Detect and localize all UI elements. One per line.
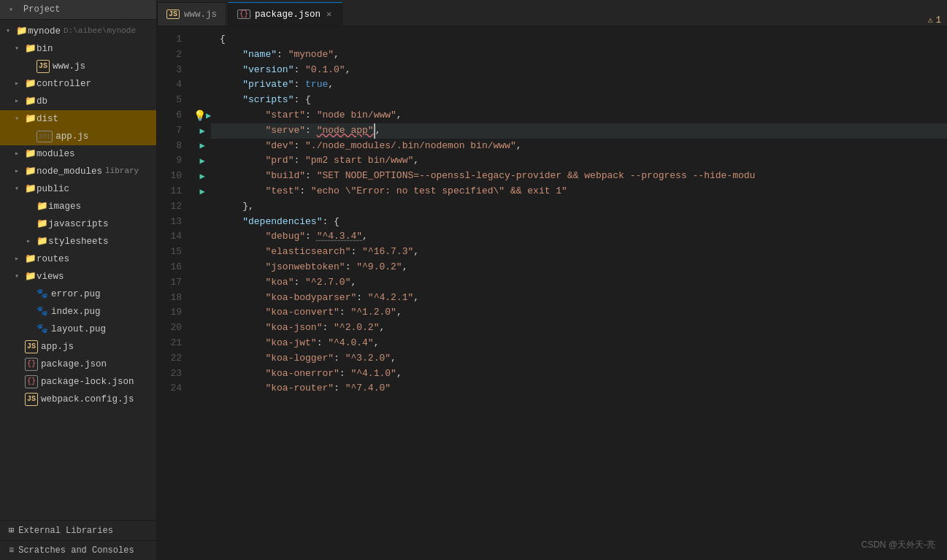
library-tag: library: [105, 165, 139, 178]
tree-item-modules[interactable]: 📁 modules: [0, 145, 156, 163]
folder-icon-db: 📁: [25, 94, 37, 109]
folder-icon-controller: 📁: [25, 77, 37, 91]
tree-label-error-pug: error.pug: [51, 287, 101, 302]
scratches-consoles-item[interactable]: ≡ Scratches and Consoles: [0, 540, 156, 560]
linenum-20: 20: [157, 321, 193, 336]
sidebar-header[interactable]: Project: [0, 0, 156, 20]
gutter-11[interactable]: ▶: [193, 184, 211, 199]
gutter-5: [193, 93, 211, 108]
linenum-17: 17: [157, 275, 193, 291]
code-line-14: "debug": "^4.3.4",: [211, 229, 947, 245]
file-icon-webpack-config: JS: [25, 393, 38, 406]
scratches-icon: ≡: [9, 545, 14, 556]
tree-label-app-js-dist: app.js: [55, 129, 88, 144]
tree-item-images[interactable]: 📁 images: [0, 198, 156, 215]
code-line-4: "private": true,: [211, 77, 947, 93]
editor-area: JS www.js {} package.json ✕ ⚠ 1: [157, 0, 947, 560]
run-btn-8[interactable]: ▶: [199, 140, 204, 151]
tree-label-webpack-config: webpack.config.js: [41, 392, 134, 407]
tree-item-dist[interactable]: 📁 dist: [0, 110, 156, 128]
tree-item-bin[interactable]: 📁 bin: [0, 40, 156, 58]
tree-label-www-js: www.js: [53, 59, 85, 74]
gutter-7[interactable]: ▶: [193, 123, 211, 139]
tree-item-mynode[interactable]: 📁 mynode D:\aibee\mynode: [0, 23, 156, 40]
tree-item-www-js[interactable]: JS www.js: [0, 58, 156, 75]
code-line-12: },: [211, 199, 947, 215]
code-brace-1: {: [220, 32, 226, 47]
code-content[interactable]: { "name": "mynode", "version": "0.1.0", …: [211, 26, 947, 560]
tree-label-javascripts: javascripts: [48, 217, 109, 231]
tree-item-javascripts[interactable]: 📁 javascripts: [0, 215, 156, 233]
file-icon-layout-pug: 🐾: [37, 322, 48, 337]
chevron-bin: [15, 43, 23, 55]
gutter-6[interactable]: 💡 ▶: [193, 108, 211, 123]
file-icon-index-pug: 🐾: [37, 304, 48, 319]
code-line-20: "koa-json": "^2.0.2",: [211, 321, 947, 336]
tree-item-node-modules[interactable]: 📁 node_modules library: [0, 163, 156, 180]
linenum-11: 11: [157, 184, 193, 199]
run-btn-11[interactable]: ▶: [199, 186, 204, 197]
folder-icon-mynode: 📁: [16, 24, 28, 39]
file-icon-package-json: {}: [25, 358, 38, 371]
chevron-controller: [15, 78, 23, 90]
linenum-15: 15: [157, 245, 193, 260]
gutter-10[interactable]: ▶: [193, 169, 211, 184]
linenum-13: 13: [157, 215, 193, 230]
folder-icon-javascripts: 📁: [37, 217, 48, 231]
gutter-12: [193, 199, 211, 215]
run-btn-10[interactable]: ▶: [199, 171, 204, 182]
linenum-10: 10: [157, 169, 193, 184]
file-icon-app-js: JS: [25, 340, 38, 353]
gutter-2: [193, 47, 211, 63]
code-key-name: "name": [242, 47, 277, 63]
external-libraries-item[interactable]: ⊞ External Libraries: [0, 520, 156, 540]
tree-item-package-json[interactable]: {} package.json: [0, 356, 156, 373]
tree-item-package-lock-json[interactable]: {} package-lock.json: [0, 373, 156, 391]
linenum-7: 7: [157, 123, 193, 139]
gutter-4: [193, 77, 211, 93]
tab-www-js[interactable]: JS www.js: [157, 2, 226, 26]
tree-item-db[interactable]: 📁 db: [0, 93, 156, 110]
linenum-16: 16: [157, 260, 193, 275]
linenum-24: 24: [157, 381, 193, 396]
gutter-18: [193, 291, 211, 306]
tree-item-stylesheets[interactable]: 📁 stylesheets: [0, 233, 156, 250]
tree-item-app-js-dist[interactable]: 101 app.js: [0, 128, 156, 145]
chevron-node-modules: [15, 166, 23, 177]
tree-item-error-pug[interactable]: 🐾 error.pug: [0, 285, 156, 303]
linenum-1: 1: [157, 32, 193, 47]
code-indent-22: [220, 351, 265, 367]
scratches-label: Scratches and Consoles: [18, 545, 134, 556]
tree-item-app-js[interactable]: JS app.js: [0, 338, 156, 356]
linenum-19: 19: [157, 305, 193, 321]
tree-item-controller[interactable]: 📁 controller: [0, 75, 156, 93]
code-indent-8: [220, 139, 265, 154]
code-indent-11: [220, 184, 265, 199]
code-indent-10: [220, 169, 265, 184]
chevron-views: [15, 271, 23, 283]
tree-item-webpack-config[interactable]: JS webpack.config.js: [0, 391, 156, 408]
file-icon-error-pug: 🐾: [37, 287, 48, 302]
tree-item-layout-pug[interactable]: 🐾 layout.pug: [0, 321, 156, 338]
code-line-21: "koa-jwt": "^4.0.4",: [211, 336, 947, 351]
tab-package-json[interactable]: {} package.json ✕: [228, 2, 342, 26]
chevron-routes: [15, 253, 23, 265]
tab-close-package-json[interactable]: ✕: [325, 8, 333, 20]
tree-item-views[interactable]: 📁 views: [0, 268, 156, 285]
tree-item-index-pug[interactable]: 🐾 index.pug: [0, 303, 156, 321]
warning-badge: ⚠ 1: [928, 15, 941, 26]
code-indent-9: [220, 153, 265, 169]
main-area: Project 📁 mynode D:\aibee\mynode 📁 bin: [0, 0, 947, 560]
code-line-16: "jsonwebtoken": "^9.0.2",: [211, 260, 947, 275]
tree-item-routes[interactable]: 📁 routes: [0, 250, 156, 268]
run-btn-7[interactable]: ▶: [199, 126, 204, 137]
gutter-8[interactable]: ▶: [193, 139, 211, 154]
chevron-public: [15, 183, 23, 195]
code-editor[interactable]: 1 2 3 4 5 6 7 8 9 10 11 12 13 14 15 16 1: [157, 26, 947, 560]
tree-item-public[interactable]: 📁 public: [0, 180, 156, 198]
code-line-8: "dev": "./node_modules/.bin/nodemon bin/…: [211, 139, 947, 154]
gutter-19: [193, 305, 211, 321]
folder-icon-node-modules: 📁: [25, 164, 37, 179]
gutter-9[interactable]: ▶: [193, 153, 211, 169]
run-btn-9[interactable]: ▶: [199, 156, 204, 166]
